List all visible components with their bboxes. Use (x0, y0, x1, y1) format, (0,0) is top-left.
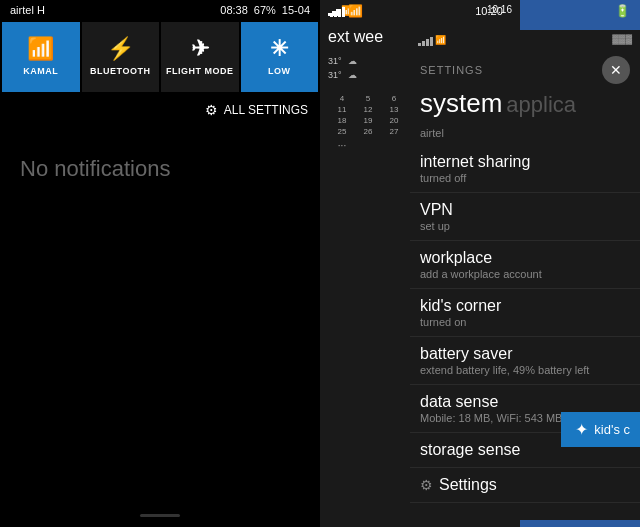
kids-corner-button[interactable]: ✦ kid's c (561, 412, 640, 447)
settings-item-internet-sharing[interactable]: internet sharing turned off (410, 145, 640, 193)
time-text: 08:38 (220, 4, 248, 16)
tile-low[interactable]: ✳ LOW (241, 22, 319, 92)
tile-bluetooth-label: BLUETOOTH (90, 66, 150, 76)
close-button[interactable]: ✕ (602, 56, 630, 84)
tile-low-label: LOW (268, 66, 291, 76)
quick-tiles: 📶 KAMAL ⚡ BLUETOOTH ✈ FLIGHT MODE ✳ LOW (0, 20, 320, 94)
settings-title-row: system applica (410, 88, 640, 125)
settings-item-title: battery saver (420, 345, 630, 363)
flight-tile-icon: ✈ (191, 38, 210, 60)
settings-bottom-row[interactable]: ⚙ Settings (410, 468, 640, 503)
settings-wifi: 📶 (435, 35, 446, 45)
right-panel: 📶 10:20 🔋 📶 10:16 ext wee 31° ☁ (320, 0, 640, 527)
low-tile-icon: ✳ (270, 38, 289, 60)
settings-signal-bars (418, 34, 433, 46)
settings-item-sub: set up (420, 220, 630, 232)
settings-bottom-label: Settings (439, 476, 497, 494)
settings-provider: airtel (410, 125, 640, 145)
settings-title-system: system (420, 88, 502, 119)
cloud-icon-1: ☁ (348, 56, 357, 66)
settings-item-battery-saver[interactable]: battery saver extend battery life, 49% b… (410, 337, 640, 385)
signal-bars-icon (330, 5, 345, 17)
settings-signal: 📶 (418, 34, 446, 46)
settings-item-workplace[interactable]: workplace add a workplace account (410, 241, 640, 289)
settings-title-app: applica (506, 92, 576, 118)
settings-item-title: VPN (420, 201, 630, 219)
settings-item-title: data sense (420, 393, 630, 411)
right-time: 10:20 (475, 5, 503, 17)
settings-header-label: SETTINGS (420, 64, 483, 76)
battery-text: 67% (254, 4, 276, 16)
left-panel: airtel H 08:38 67% 15-04 📶 KAMAL ⚡ BLUET… (0, 0, 320, 527)
settings-gear-icon: ⚙ (205, 102, 218, 118)
left-status-bar: airtel H 08:38 67% 15-04 (0, 0, 320, 20)
wifi-icon: 📶 (348, 4, 363, 18)
dots-icon: ··· (334, 140, 350, 151)
tile-flight-mode[interactable]: ✈ FLIGHT MODE (161, 22, 239, 92)
settings-item-title: workplace (420, 249, 630, 267)
cloud-icon-2: ☁ (348, 70, 357, 80)
settings-item-sub: turned on (420, 316, 630, 328)
settings-battery-bar: ▓▓▓ (612, 34, 632, 46)
wifi-tile-icon: 📶 (27, 38, 55, 60)
tile-flight-label: FLIGHT MODE (166, 66, 234, 76)
right-battery: 🔋 (615, 4, 630, 18)
settings-list: internet sharing turned off VPN set up w… (410, 145, 640, 503)
settings-item-sub: extend battery life, 49% battery left (420, 364, 630, 376)
settings-bottom-gear-icon: ⚙ (420, 477, 433, 493)
tile-kamal[interactable]: 📶 KAMAL (2, 22, 80, 92)
date-text: 15-04 (282, 4, 310, 16)
all-settings-row[interactable]: ⚙ ALL SETTINGS (0, 94, 320, 126)
kids-corner-label: kid's c (594, 422, 630, 437)
right-status-bar: 📶 10:20 🔋 (320, 0, 640, 22)
no-notifications-text: No notifications (0, 126, 320, 212)
settings-item-vpn[interactable]: VPN set up (410, 193, 640, 241)
temp-2: 31° (328, 70, 342, 80)
settings-status-bar: 📶 ▓▓▓ (410, 30, 640, 50)
close-icon: ✕ (610, 62, 622, 78)
all-settings-label: ALL SETTINGS (224, 103, 308, 117)
kids-star-icon: ✦ (575, 420, 588, 439)
settings-item-kids-corner[interactable]: kid's corner turned on (410, 289, 640, 337)
bottom-bar (140, 514, 180, 517)
status-bar-right: 08:38 67% 15-04 (220, 4, 310, 16)
bluetooth-tile-icon: ⚡ (107, 38, 135, 60)
settings-item-sub: add a workplace account (420, 268, 630, 280)
carrier-text: airtel H (10, 4, 45, 16)
settings-item-title: internet sharing (420, 153, 630, 171)
settings-item-title: kid's corner (420, 297, 630, 315)
temp-1: 31° (328, 56, 342, 66)
tile-kamal-label: KAMAL (23, 66, 58, 76)
right-signal: 📶 (330, 4, 363, 18)
settings-header-row: SETTINGS ✕ (410, 50, 640, 88)
settings-item-sub: turned off (420, 172, 630, 184)
tile-bluetooth[interactable]: ⚡ BLUETOOTH (82, 22, 160, 92)
